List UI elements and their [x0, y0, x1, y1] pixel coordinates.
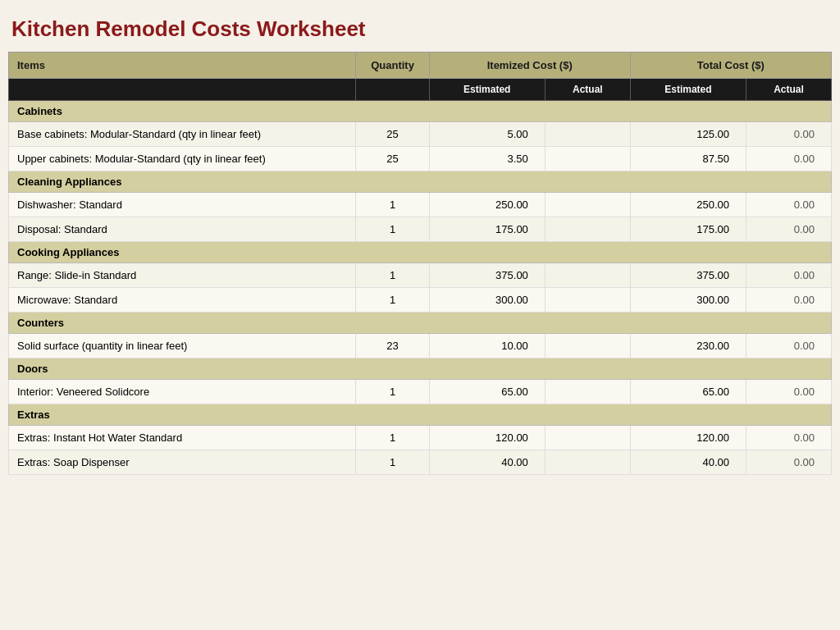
table-row: Base cabinets: Modular-Standard (qty in … [9, 122, 832, 147]
table-cell: 0.00 [746, 288, 832, 313]
table-cell: 65.00 [630, 380, 746, 404]
table-cell: Range: Slide-in Standard [9, 263, 356, 288]
table-cell: 25 [356, 147, 429, 171]
table-cell: 0.00 [746, 334, 832, 358]
category-row: Cooking Appliances [9, 242, 832, 263]
category-label: Counters [9, 313, 832, 334]
header-empty-items [9, 79, 356, 101]
col-header-total: Total Cost ($) [630, 52, 831, 79]
table-cell: 1 [356, 450, 429, 475]
col-header-total-est: Estimated [630, 79, 746, 101]
table-row: Microwave: Standard1300.00300.000.00 [9, 288, 832, 313]
table-cell: 10.00 [429, 334, 545, 358]
table-cell: 1 [356, 263, 429, 288]
table-cell: 40.00 [429, 450, 545, 475]
table-cell [545, 193, 630, 217]
table-cell: 5.00 [429, 122, 545, 147]
table-cell: 175.00 [630, 217, 746, 242]
col-header-total-act: Actual [746, 79, 832, 101]
table-cell [545, 426, 630, 450]
table-cell: 1 [356, 217, 429, 242]
table-header-row-2: Estimated Actual Estimated Actual [9, 79, 832, 101]
table-cell [545, 263, 630, 288]
category-label: Doors [9, 358, 832, 380]
table-cell: 1 [356, 426, 429, 450]
table-cell: 0.00 [746, 263, 832, 288]
table-cell: 125.00 [630, 122, 746, 147]
table-cell: 65.00 [429, 380, 545, 404]
table-row: Range: Slide-in Standard1375.00375.000.0… [9, 263, 832, 288]
table-cell: 0.00 [746, 193, 832, 217]
table-cell [545, 334, 630, 358]
table-cell: 0.00 [746, 217, 832, 242]
table-cell: 230.00 [630, 334, 746, 358]
table-cell: 300.00 [630, 288, 746, 313]
table-cell: 87.50 [630, 147, 746, 171]
category-row: Cabinets [9, 101, 832, 122]
table-cell: Microwave: Standard [9, 288, 356, 313]
table-cell [545, 380, 630, 404]
table-cell: 40.00 [630, 450, 746, 475]
table-cell: 3.50 [429, 147, 545, 171]
table-cell: 120.00 [630, 426, 746, 450]
category-label: Cleaning Appliances [9, 171, 832, 193]
col-header-act: Actual [545, 79, 630, 101]
table-cell: Extras: Soap Dispenser [9, 450, 356, 475]
table-cell [545, 217, 630, 242]
page-title: Kitchen Remodel Costs Worksheet [8, 8, 832, 52]
table-cell: 0.00 [746, 147, 832, 171]
col-header-quantity: Quantity [356, 52, 429, 79]
category-row: Cleaning Appliances [9, 171, 832, 193]
category-label: Cooking Appliances [9, 242, 832, 263]
table-cell: 300.00 [429, 288, 545, 313]
table-cell: 375.00 [429, 263, 545, 288]
col-header-itemized: Itemized Cost ($) [429, 52, 630, 79]
table-cell: 250.00 [429, 193, 545, 217]
table-cell: Base cabinets: Modular-Standard (qty in … [9, 122, 356, 147]
category-row: Extras [9, 404, 832, 426]
table-cell: 0.00 [746, 426, 832, 450]
table-cell: 0.00 [746, 380, 832, 404]
table-cell: 120.00 [429, 426, 545, 450]
col-header-est: Estimated [429, 79, 545, 101]
table-cell: 1 [356, 380, 429, 404]
table-cell: 375.00 [630, 263, 746, 288]
table-cell [545, 122, 630, 147]
table-cell: 23 [356, 334, 429, 358]
category-row: Counters [9, 313, 832, 334]
table-cell: Extras: Instant Hot Water Standard [9, 426, 356, 450]
cost-table: Items Quantity Itemized Cost ($) Total C… [8, 52, 832, 475]
table-cell: 250.00 [630, 193, 746, 217]
col-header-items: Items [9, 52, 356, 79]
table-cell [545, 450, 630, 475]
table-cell: Disposal: Standard [9, 217, 356, 242]
table-cell: 1 [356, 193, 429, 217]
table-row: Dishwasher: Standard1250.00250.000.00 [9, 193, 832, 217]
table-header-row-1: Items Quantity Itemized Cost ($) Total C… [9, 52, 832, 79]
table-cell: Dishwasher: Standard [9, 193, 356, 217]
table-row: Extras: Instant Hot Water Standard1120.0… [9, 426, 832, 450]
table-row: Interior: Veneered Solidcore165.0065.000… [9, 380, 832, 404]
table-row: Solid surface (quantity in linear feet)2… [9, 334, 832, 358]
table-cell: 1 [356, 288, 429, 313]
category-row: Doors [9, 358, 832, 380]
table-body: CabinetsBase cabinets: Modular-Standard … [9, 101, 832, 475]
table-cell: 0.00 [746, 122, 832, 147]
table-cell: 0.00 [746, 450, 832, 475]
category-label: Extras [9, 404, 832, 426]
table-cell: Upper cabinets: Modular-Standard (qty in… [9, 147, 356, 171]
table-row: Extras: Soap Dispenser140.0040.000.00 [9, 450, 832, 475]
table-cell [545, 147, 630, 171]
table-cell [545, 288, 630, 313]
table-cell: Interior: Veneered Solidcore [9, 380, 356, 404]
table-cell: 25 [356, 122, 429, 147]
table-row: Upper cabinets: Modular-Standard (qty in… [9, 147, 832, 171]
header-empty-qty [356, 79, 429, 101]
table-cell: 175.00 [429, 217, 545, 242]
category-label: Cabinets [9, 101, 832, 122]
table-cell: Solid surface (quantity in linear feet) [9, 334, 356, 358]
table-row: Disposal: Standard1175.00175.000.00 [9, 217, 832, 242]
